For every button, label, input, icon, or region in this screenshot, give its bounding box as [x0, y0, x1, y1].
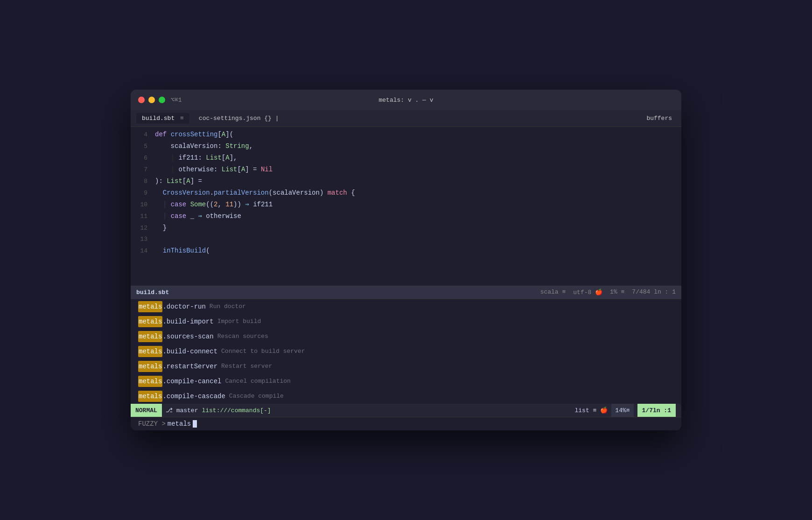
branch-name: master	[176, 407, 198, 414]
maximize-button[interactable]	[159, 97, 165, 103]
statusline-language: scala ≡	[540, 288, 566, 296]
fuzzy-command-5: .restartServer	[162, 361, 217, 372]
line-content-11: │ case _ ⇒ otherwise	[155, 211, 241, 221]
code-line-13: 13	[131, 234, 681, 245]
line-content-12: }	[155, 223, 167, 233]
fuzzy-command-2: .build-import	[162, 316, 213, 327]
statusline2-right: list ≡ 🍎 14% ≡ 1/7 ln : 1	[575, 404, 682, 417]
statusline2-path: list:///commands[-]	[202, 407, 271, 414]
statusline-info: scala ≡ utf-8 🍎 1% ≡ 7/484 ln : 1	[540, 288, 676, 296]
fuzzy-command-7: .compile-cascade	[162, 391, 225, 402]
code-line-8: 8 ): List[A] =	[131, 176, 681, 187]
code-line-4: 4 def crossSetting[A](	[131, 129, 681, 141]
code-line-9: 9 CrossVersion.partialVersion(scalaVersi…	[131, 187, 681, 199]
fuzzy-highlight-4: metals	[138, 346, 162, 357]
statusline-encoding: utf-8 🍎	[573, 288, 602, 296]
fuzzy-statusline: NORMAL ⎇ master list:///commands[-] list…	[131, 404, 681, 417]
fuzzy-highlight-5: metals	[138, 361, 162, 372]
fuzzy-list: metals.doctor-runRun doctor metals.build…	[131, 299, 681, 404]
app-window: ⌥⌘1 metals: v . — v build.sbt ≡ coc-sett…	[131, 90, 681, 430]
branch-icon: ⎇	[166, 407, 176, 414]
code-line-12: 12 }	[131, 222, 681, 234]
fuzzy-desc-4: Connect to build server	[221, 346, 305, 357]
line-num-6: 6	[131, 153, 155, 163]
fuzzy-item-4[interactable]: metals.build-connectConnect to build ser…	[131, 344, 681, 359]
fuzzy-desc-1: Run doctor	[210, 301, 246, 312]
buffers-button[interactable]: buffers	[643, 113, 676, 124]
tab-build-sbt[interactable]: build.sbt ≡	[136, 113, 189, 124]
fuzzy-command-1: .doctor-run	[162, 301, 205, 312]
fuzzy-command-3: .sources-scan	[162, 331, 213, 342]
line-content-7: │ otherwise: List[A] = Nil	[155, 164, 273, 175]
tab-bar: build.sbt ≡ coc-settings.json {} | buffe…	[131, 110, 681, 127]
code-line-5: 5 scalaVersion: String,	[131, 141, 681, 152]
minimize-button[interactable]	[148, 97, 155, 103]
fuzzy-desc-3: Rescan sources	[217, 331, 268, 342]
fuzzy-item-7[interactable]: metals.compile-cascadeCascade compile	[131, 389, 681, 404]
line-num-11: 11	[131, 211, 155, 222]
line-num-9: 9	[131, 188, 155, 198]
fuzzy-command-4: .build-connect	[162, 346, 217, 357]
fuzzy-prompt-label: FUZZY >	[138, 420, 166, 428]
fuzzy-desc-2: Import build	[217, 316, 261, 327]
fuzzy-highlight-6: metals	[138, 376, 162, 387]
fuzzy-item-3[interactable]: metals.sources-scanRescan sources	[131, 329, 681, 344]
close-button[interactable]	[138, 97, 145, 103]
shortcut-label: ⌥⌘1	[171, 96, 182, 104]
line-num-8: 8	[131, 176, 155, 187]
fuzzy-desc-5: Restart server	[221, 361, 272, 372]
statusline2-position: 1/7 ln : 1	[637, 404, 676, 417]
line-num-14: 14	[131, 246, 155, 256]
line-num-7: 7	[131, 165, 155, 175]
tab-build-sbt-label: build.sbt	[142, 115, 175, 122]
line-num-12: 12	[131, 223, 155, 233]
line-num-10: 10	[131, 200, 155, 210]
statusline2-percent: 14% ≡	[611, 404, 633, 417]
fuzzy-item-2[interactable]: metals.build-importImport build	[131, 314, 681, 329]
code-line-11: 11 │ case _ ⇒ otherwise	[131, 211, 681, 222]
statusline2-list: list ≡	[575, 407, 597, 414]
line-num-5: 5	[131, 141, 155, 152]
fuzzy-highlight-3: metals	[138, 331, 162, 342]
fuzzy-item-5[interactable]: metals.restartServerRestart server	[131, 359, 681, 374]
fuzzy-prompt[interactable]: FUZZY > metals	[131, 417, 681, 430]
line-num-4: 4	[131, 130, 155, 140]
tab-coc-settings-label: coc-settings.json {}	[199, 115, 272, 122]
line-content-14: inThisBuild(	[155, 246, 210, 256]
titlebar: ⌥⌘1 metals: v . — v	[131, 90, 681, 110]
tab-build-sbt-indicator: ≡	[180, 115, 184, 122]
fuzzy-highlight-2: metals	[138, 316, 162, 327]
text-cursor	[193, 420, 197, 428]
tab-pipe: |	[275, 115, 279, 122]
mode-indicator: NORMAL	[131, 404, 162, 417]
fuzzy-item-6[interactable]: metals.compile-cancelCancel compilation	[131, 374, 681, 389]
fuzzy-command-6: .compile-cancel	[162, 376, 221, 387]
line-content-10: │ case Some((2, 11)) ⇒ if211	[155, 199, 273, 210]
line-content-4: def crossSetting[A](	[155, 129, 233, 140]
fuzzy-input-text[interactable]: metals	[168, 420, 191, 428]
fuzzy-item-1[interactable]: metals.doctor-runRun doctor	[131, 299, 681, 314]
line-content-8: ): List[A] =	[155, 176, 202, 186]
statusline-percent: 1% ≡	[610, 288, 624, 296]
line-content-9: CrossVersion.partialVersion(scalaVersion…	[155, 188, 355, 198]
code-line-6: 6 │ if211: List[A],	[131, 152, 681, 164]
statusline-position: 7/484 ln : 1	[632, 288, 676, 296]
editor-statusline: build.sbt scala ≡ utf-8 🍎 1% ≡ 7/484 ln …	[131, 286, 681, 299]
code-line-7: 7 │ otherwise: List[A] = Nil	[131, 164, 681, 176]
code-line-10: 10 │ case Some((2, 11)) ⇒ if211	[131, 199, 681, 211]
statusline2-apple: 🍎	[600, 407, 608, 414]
line-content-6: │ if211: List[A],	[155, 153, 237, 163]
fuzzy-desc-7: Cascade compile	[229, 391, 284, 402]
statusline-filename: build.sbt	[136, 289, 169, 296]
tab-coc-settings[interactable]: coc-settings.json {} |	[193, 113, 285, 124]
traffic-lights	[138, 97, 165, 103]
window-title: metals: v . — v	[378, 97, 433, 104]
editor-area: 4 def crossSetting[A]( 5 scalaVersion: S…	[131, 127, 681, 286]
code-line-14: 14 inThisBuild(	[131, 245, 681, 257]
fuzzy-highlight-7: metals	[138, 391, 162, 402]
line-num-13: 13	[131, 234, 155, 245]
branch-info: ⎇ master	[162, 407, 202, 414]
fuzzy-desc-6: Cancel compilation	[225, 376, 290, 387]
line-content-5: scalaVersion: String,	[155, 141, 253, 151]
fuzzy-highlight-1: metals	[138, 301, 162, 312]
